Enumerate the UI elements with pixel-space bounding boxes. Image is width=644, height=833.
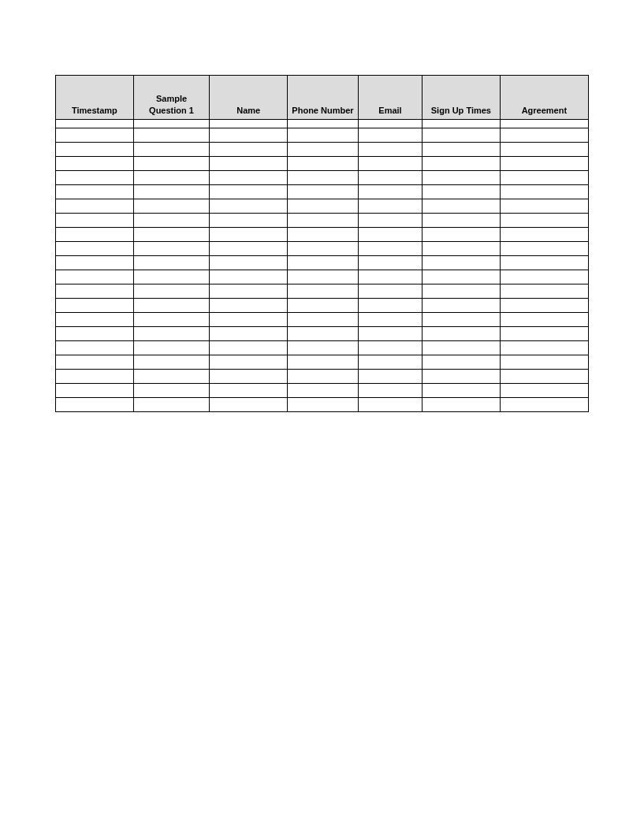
table-cell (133, 370, 210, 384)
table-cell (358, 185, 422, 199)
table-cell (56, 284, 134, 299)
signup-table: Timestamp Sample Question 1 Name Phone N… (55, 75, 589, 412)
table-cell (500, 242, 588, 256)
header-timestamp: Timestamp (56, 76, 134, 120)
table-cell (358, 143, 422, 157)
table-cell (288, 284, 359, 299)
table-cell (210, 128, 288, 143)
table-cell (288, 228, 359, 242)
table-cell (500, 270, 588, 284)
table-cell (210, 171, 288, 185)
table-cell (210, 256, 288, 270)
table-cell (423, 128, 501, 143)
table-cell (358, 128, 422, 143)
table-cell (500, 370, 588, 384)
table-cell (210, 398, 288, 412)
table-cell (500, 128, 588, 143)
table-cell (56, 341, 134, 355)
table-cell (423, 228, 501, 242)
table-cell (500, 199, 588, 214)
table-row (56, 355, 589, 370)
table-row (56, 299, 589, 313)
table-cell (288, 143, 359, 157)
table-cell (56, 143, 134, 157)
table-cell (423, 143, 501, 157)
table-cell (133, 185, 210, 199)
table-row (56, 214, 589, 228)
table-cell (500, 120, 588, 128)
table-cell (56, 242, 134, 256)
table-cell (133, 228, 210, 242)
table-cell (210, 384, 288, 398)
table-cell (423, 270, 501, 284)
table-cell (423, 341, 501, 355)
table-row (56, 341, 589, 355)
table-cell (288, 242, 359, 256)
table-cell (56, 270, 134, 284)
header-row: Timestamp Sample Question 1 Name Phone N… (56, 76, 589, 120)
table-cell (56, 398, 134, 412)
table-cell (423, 157, 501, 171)
table-cell (210, 341, 288, 355)
table-cell (423, 398, 501, 412)
table-cell (358, 341, 422, 355)
table-cell (358, 214, 422, 228)
table-cell (358, 228, 422, 242)
table-header: Timestamp Sample Question 1 Name Phone N… (56, 76, 589, 120)
table-cell (56, 256, 134, 270)
table-cell (133, 120, 210, 128)
table-cell (500, 299, 588, 313)
table-cell (358, 327, 422, 341)
table-cell (210, 242, 288, 256)
table-cell (133, 398, 210, 412)
table-row (56, 327, 589, 341)
table-cell (56, 384, 134, 398)
table-cell (288, 355, 359, 370)
table-cell (210, 214, 288, 228)
table-cell (56, 120, 134, 128)
table-cell (358, 299, 422, 313)
table-cell (56, 355, 134, 370)
table-cell (288, 171, 359, 185)
table-cell (133, 355, 210, 370)
table-cell (133, 242, 210, 256)
table-cell (358, 157, 422, 171)
table-cell (56, 370, 134, 384)
table-cell (133, 143, 210, 157)
table-cell (358, 384, 422, 398)
table-cell (133, 284, 210, 299)
table-cell (210, 185, 288, 199)
table-cell (133, 313, 210, 327)
table-cell (358, 284, 422, 299)
table-cell (358, 242, 422, 256)
table-cell (210, 228, 288, 242)
table-cell (423, 355, 501, 370)
header-sign-up-times: Sign Up Times (423, 76, 501, 120)
table-row (56, 143, 589, 157)
table-cell (500, 185, 588, 199)
table-row (56, 171, 589, 185)
table-cell (423, 327, 501, 341)
table-cell (358, 120, 422, 128)
table-cell (500, 313, 588, 327)
table-cell (56, 128, 134, 143)
table-cell (210, 270, 288, 284)
table-row (56, 199, 589, 214)
table-cell (288, 327, 359, 341)
table-row (56, 256, 589, 270)
table-cell (358, 256, 422, 270)
table-cell (423, 214, 501, 228)
table-cell (423, 384, 501, 398)
table-row (56, 313, 589, 327)
table-cell (288, 157, 359, 171)
table-cell (133, 299, 210, 313)
header-name: Name (210, 76, 288, 120)
table-cell (56, 185, 134, 199)
table-cell (423, 256, 501, 270)
table-cell (210, 327, 288, 341)
table-cell (423, 242, 501, 256)
table-cell (288, 128, 359, 143)
table-cell (500, 355, 588, 370)
table-cell (423, 120, 501, 128)
table-cell (288, 270, 359, 284)
